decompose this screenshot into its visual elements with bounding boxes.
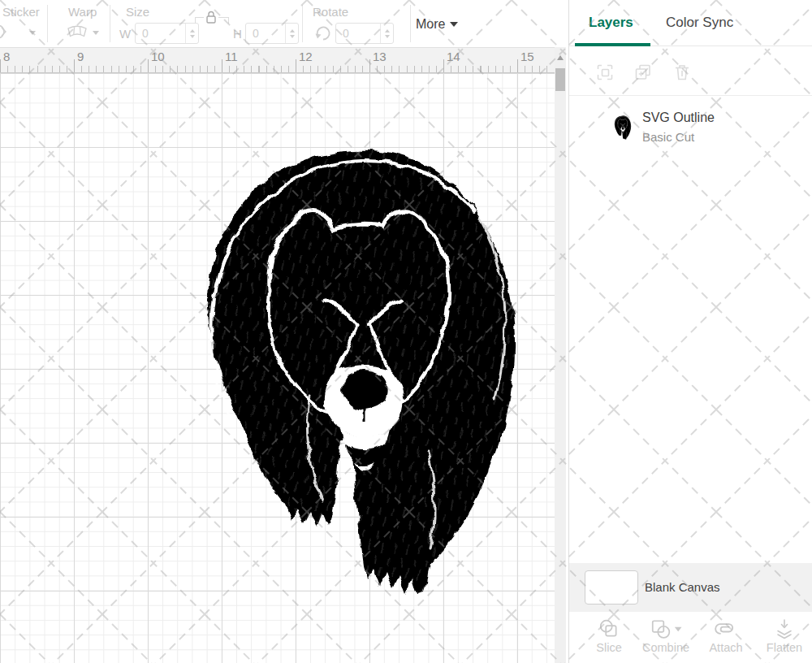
slice-button[interactable]: Slice	[577, 617, 641, 661]
warp-caret-icon[interactable]	[93, 31, 99, 35]
height-stepper[interactable]	[245, 23, 299, 44]
horizontal-ruler: 8 9 10 11 12 13 14 15	[0, 47, 555, 73]
duplicate-icon[interactable]	[633, 63, 653, 82]
vertical-scrollbar[interactable]	[555, 47, 566, 663]
attach-button[interactable]: Attach	[694, 617, 758, 661]
width-input[interactable]	[136, 24, 185, 43]
toolbar-divider	[110, 5, 110, 42]
design-canvas[interactable]	[0, 73, 555, 663]
top-toolbar: Sticker Warp Size W H Rotate	[0, 0, 568, 47]
tab-layers[interactable]: Layers	[589, 15, 633, 31]
more-button[interactable]: More	[416, 16, 458, 32]
warp-label: Warp	[68, 5, 97, 19]
sticker-label: Sticker	[2, 5, 40, 19]
flatten-icon	[774, 618, 795, 639]
toolbar-divider	[47, 5, 48, 42]
more-label: More	[416, 17, 445, 32]
ruler-major-ticks	[0, 59, 555, 72]
layer-cut-type: Basic Cut	[642, 130, 694, 144]
trash-icon[interactable]	[672, 63, 692, 82]
width-field-label: W	[119, 27, 131, 41]
lock-icon[interactable]	[204, 10, 218, 24]
layer-thumbnail-bear	[614, 115, 632, 140]
blank-canvas-label: Blank Canvas	[645, 580, 720, 594]
sticker-caret-icon[interactable]	[29, 31, 36, 35]
slice-label: Slice	[577, 641, 641, 654]
panel-divider	[569, 95, 812, 96]
blank-canvas-swatch[interactable]	[585, 570, 638, 604]
layer-row[interactable]: SVG Outline Basic Cut	[569, 102, 812, 154]
rotate-input[interactable]	[336, 24, 380, 43]
rotate-stepper[interactable]	[335, 23, 394, 44]
bear-artwork[interactable]	[0, 73, 555, 663]
stepper-down-icon[interactable]	[290, 35, 295, 38]
attach-icon	[715, 618, 737, 639]
width-stepper-arrows[interactable]	[185, 24, 198, 43]
combine-icon	[650, 618, 682, 639]
stepper-up-icon[interactable]	[190, 29, 195, 32]
offset-circle-icon[interactable]	[0, 23, 13, 41]
chevron-down-icon	[450, 22, 458, 27]
slice-icon	[598, 618, 620, 639]
scroll-up-arrow[interactable]	[557, 55, 564, 60]
height-stepper-arrows[interactable]	[285, 24, 298, 43]
right-panel: Layers Color Sync SVG Outli	[568, 0, 812, 663]
flatten-label: Flatten	[753, 641, 812, 654]
rotate-icon[interactable]	[313, 24, 333, 43]
group-icon[interactable]	[595, 63, 615, 82]
combine-button[interactable]: Combine	[634, 617, 698, 661]
warp-mesh-icon[interactable]	[67, 25, 88, 38]
blank-canvas-row[interactable]: Blank Canvas	[569, 563, 812, 612]
stepper-down-icon[interactable]	[190, 35, 195, 38]
height-field-label: H	[233, 27, 242, 41]
stepper-up-icon[interactable]	[290, 29, 295, 32]
stepper-up-icon[interactable]	[385, 29, 390, 32]
flatten-button[interactable]: Flatten	[753, 617, 812, 661]
rotate-stepper-arrows[interactable]	[380, 24, 393, 43]
rotate-label: Rotate	[313, 5, 348, 19]
layer-name: SVG Outline	[642, 110, 715, 125]
stepper-down-icon[interactable]	[385, 35, 390, 38]
layer-actions-bar: Slice Combine Attach	[569, 612, 812, 663]
active-tab-underline	[575, 43, 650, 46]
scrollbar-thumb[interactable]	[555, 68, 565, 91]
panel-tabs: Layers Color Sync	[569, 0, 812, 46]
width-stepper[interactable]	[135, 23, 199, 44]
height-input[interactable]	[246, 24, 285, 43]
tab-color-sync[interactable]: Color Sync	[666, 15, 733, 31]
attach-label: Attach	[694, 641, 758, 654]
combine-label: Combine	[634, 641, 698, 654]
toolbar-divider	[410, 5, 411, 42]
size-label: Size	[126, 5, 149, 19]
toolbar-divider	[302, 5, 303, 42]
chevron-down-icon	[675, 627, 682, 631]
